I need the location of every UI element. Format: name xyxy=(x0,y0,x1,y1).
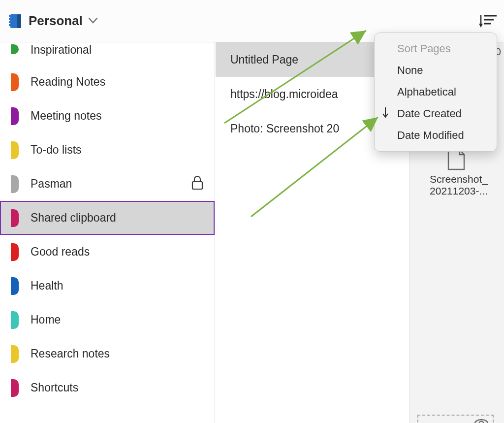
svg-rect-1 xyxy=(9,15,11,17)
page-title: Untitled Page xyxy=(230,53,298,66)
svg-rect-5 xyxy=(17,14,21,28)
sort-menu-item-label: Alphabetical xyxy=(397,86,456,98)
sidebar-section-item[interactable]: Reading Notes xyxy=(0,65,215,99)
svg-rect-3 xyxy=(9,21,11,23)
section-color-tab xyxy=(11,107,19,125)
sidebar-section-item[interactable]: Health xyxy=(0,269,215,303)
document-icon xyxy=(447,149,466,172)
sort-menu-item[interactable]: Alphabetical xyxy=(375,81,497,103)
sidebar-section-item[interactable]: Home xyxy=(0,303,215,337)
page-title: Photo: Screenshot 20 xyxy=(230,122,339,135)
section-color-tab xyxy=(11,243,19,261)
sort-menu-header: Sort Pages xyxy=(375,38,497,60)
notebook-icon xyxy=(9,14,22,29)
sections-sidebar: InspirationalReading NotesMeeting notesT… xyxy=(0,42,215,423)
section-color-tab xyxy=(11,175,19,193)
svg-point-12 xyxy=(479,422,484,423)
sort-menu-item-label: Date Modified xyxy=(397,129,464,142)
sidebar-section-item[interactable]: Pasman xyxy=(0,167,215,201)
sort-menu-item[interactable]: None xyxy=(375,60,497,81)
notebook-title[interactable]: Personal xyxy=(29,13,83,29)
section-label: Inspirational xyxy=(31,43,204,57)
attachment-thumb-2[interactable]: Screenshot_ 20211203-... xyxy=(417,415,494,423)
lock-icon xyxy=(191,175,204,193)
section-color-tab xyxy=(11,345,19,363)
sort-menu-item[interactable]: Date Modified xyxy=(375,125,497,146)
sort-menu-item[interactable]: Date Created xyxy=(375,103,497,125)
chevron-down-icon[interactable] xyxy=(89,17,97,26)
svg-rect-10 xyxy=(192,182,202,189)
svg-rect-2 xyxy=(9,18,11,20)
section-color-tab xyxy=(11,73,19,91)
section-label: Shared clipboard xyxy=(31,211,204,225)
section-label: Research notes xyxy=(31,347,204,360)
sort-button[interactable] xyxy=(477,11,498,31)
sidebar-section-item[interactable]: To-do lists xyxy=(0,133,215,167)
page-title: https://blog.microidea xyxy=(230,88,338,101)
section-label: Meeting notes xyxy=(31,109,204,123)
sidebar-section-item[interactable]: Inspirational xyxy=(0,42,215,65)
svg-rect-4 xyxy=(9,24,11,26)
section-label: Good reads xyxy=(31,245,204,259)
sidebar-section-item[interactable]: Meeting notes xyxy=(0,99,215,133)
sort-menu-item-label: Date Created xyxy=(397,107,462,120)
sort-menu: Sort Pages NoneAlphabeticalDate CreatedD… xyxy=(374,33,497,152)
sidebar-section-item[interactable]: Shared clipboard xyxy=(0,201,215,235)
sort-menu-item-label: None xyxy=(397,64,423,77)
section-label: Health xyxy=(31,279,204,293)
attachment-thumb-1[interactable]: Screenshot_ 20211203-... xyxy=(418,173,499,197)
section-color-tab xyxy=(11,277,19,295)
section-label: Home xyxy=(31,313,204,326)
section-color-tab xyxy=(11,311,19,329)
section-label: Pasman xyxy=(31,177,191,191)
section-color-tab xyxy=(11,141,19,159)
eye-icon xyxy=(474,419,489,423)
sidebar-section-item[interactable]: Research notes xyxy=(0,337,215,371)
section-color-tab xyxy=(11,379,19,397)
attachment-filename: Screenshot_ xyxy=(418,173,499,185)
section-color-tab xyxy=(11,209,19,227)
arrow-down-icon xyxy=(381,107,389,121)
section-color-tab xyxy=(11,44,19,54)
section-label: To-do lists xyxy=(31,143,204,157)
attachment-filename: 20211203-... xyxy=(418,185,499,197)
sidebar-section-item[interactable]: Shortcuts xyxy=(0,371,215,405)
section-label: Reading Notes xyxy=(31,75,204,89)
sidebar-section-item[interactable]: Good reads xyxy=(0,235,215,269)
section-label: Shortcuts xyxy=(31,381,204,394)
